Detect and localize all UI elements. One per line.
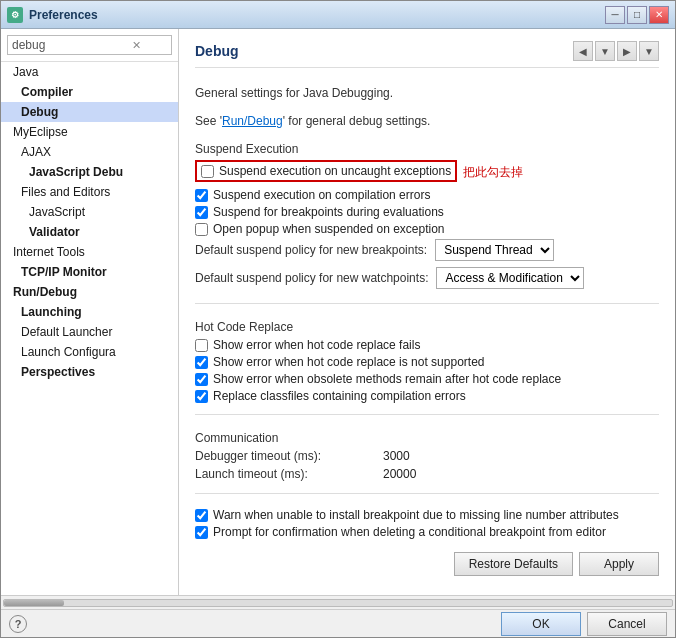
sidebar-item-launching[interactable]: Launching — [1, 302, 178, 322]
main-panel: Debug ◀ ▼ ▶ ▼ General settings for Java … — [179, 29, 675, 595]
sidebar-item-validator[interactable]: Validator — [1, 222, 178, 242]
debugger-timeout-label: Debugger timeout (ms): — [195, 449, 375, 463]
action-buttons: Restore Defaults Apply — [195, 552, 659, 576]
annotation-text: 把此勾去掉 — [463, 164, 523, 181]
warn-breakpoint-row: Warn when unable to install breakpoint d… — [195, 508, 659, 522]
page-title: Debug — [195, 43, 573, 59]
nav-forward-dropdown-button[interactable]: ▼ — [639, 41, 659, 61]
launch-timeout-label: Launch timeout (ms): — [195, 467, 375, 481]
breakpoints-policy-row: Default suspend policy for new breakpoin… — [195, 239, 659, 261]
divider3 — [195, 493, 659, 494]
content-area: ✕ Java Compiler Debug MyEclipse AJAX Jav… — [1, 29, 675, 595]
warn-breakpoint-checkbox[interactable] — [195, 509, 208, 522]
popup-exception-row: Open popup when suspended on exception — [195, 222, 659, 236]
watchpoints-policy-label: Default suspend policy for new watchpoin… — [195, 271, 428, 285]
show-obsolete-row: Show error when obsolete methods remain … — [195, 372, 659, 386]
prompt-delete-checkbox[interactable] — [195, 526, 208, 539]
show-obsolete-checkbox[interactable] — [195, 373, 208, 386]
maximize-button[interactable]: □ — [627, 6, 647, 24]
uncaught-exceptions-checkbox[interactable] — [201, 165, 214, 178]
sidebar-item-java[interactable]: Java — [1, 62, 178, 82]
sidebar-item-launch-config[interactable]: Launch Configura — [1, 342, 178, 362]
show-not-supported-row: Show error when hot code replace is not … — [195, 355, 659, 369]
uncaught-exceptions-row: Suspend execution on uncaught exceptions — [195, 160, 457, 182]
general-text: General settings for Java Debugging. — [195, 86, 659, 100]
divider1 — [195, 303, 659, 304]
sidebar-item-myeclipse[interactable]: MyEclipse — [1, 122, 178, 142]
show-not-supported-checkbox[interactable] — [195, 356, 208, 369]
compilation-errors-row: Suspend execution on compilation errors — [195, 188, 659, 202]
show-obsolete-label: Show error when obsolete methods remain … — [213, 372, 561, 386]
compilation-errors-checkbox[interactable] — [195, 189, 208, 202]
sidebar-item-files-editors[interactable]: Files and Editors — [1, 182, 178, 202]
show-error-hot-code-row: Show error when hot code replace fails — [195, 338, 659, 352]
communication-label: Communication — [195, 431, 659, 445]
restore-defaults-button[interactable]: Restore Defaults — [454, 552, 573, 576]
sidebar-item-debug[interactable]: Debug — [1, 102, 178, 122]
ok-button[interactable]: OK — [501, 612, 581, 636]
breakpoints-evaluations-checkbox[interactable] — [195, 206, 208, 219]
hot-code-label: Hot Code Replace — [195, 320, 659, 334]
main-header: Debug ◀ ▼ ▶ ▼ — [195, 41, 659, 68]
nav-forward-button[interactable]: ▶ — [617, 41, 637, 61]
sidebar-item-javascript[interactable]: JavaScript — [1, 202, 178, 222]
window-title: Preferences — [29, 8, 605, 22]
breakpoints-policy-label: Default suspend policy for new breakpoin… — [195, 243, 427, 257]
sidebar-item-internet-tools[interactable]: Internet Tools — [1, 242, 178, 262]
window-controls: ─ □ ✕ — [605, 6, 669, 24]
watchpoints-policy-row: Default suspend policy for new watchpoin… — [195, 267, 659, 289]
warn-breakpoint-label: Warn when unable to install breakpoint d… — [213, 508, 619, 522]
suspend-execution-label: Suspend Execution — [195, 142, 659, 156]
title-bar: ⚙ Preferences ─ □ ✕ — [1, 1, 675, 29]
horizontal-scrollbar[interactable] — [1, 595, 675, 609]
show-error-hot-code-checkbox[interactable] — [195, 339, 208, 352]
debugger-timeout-value: 3000 — [383, 449, 410, 463]
window-icon: ⚙ — [7, 7, 23, 23]
popup-exception-checkbox[interactable] — [195, 223, 208, 236]
prompt-delete-label: Prompt for confirmation when deleting a … — [213, 525, 606, 539]
show-error-hot-code-label: Show error when hot code replace fails — [213, 338, 420, 352]
search-input-wrap[interactable]: ✕ — [7, 35, 172, 55]
help-button[interactable]: ? — [9, 615, 27, 633]
popup-exception-label: Open popup when suspended on exception — [213, 222, 445, 236]
prompt-delete-row: Prompt for confirmation when deleting a … — [195, 525, 659, 539]
scrollbar-track — [3, 599, 673, 607]
debugger-timeout-row: Debugger timeout (ms): 3000 — [195, 449, 659, 463]
minimize-button[interactable]: ─ — [605, 6, 625, 24]
sidebar: ✕ Java Compiler Debug MyEclipse AJAX Jav… — [1, 29, 179, 595]
scrollbar-thumb[interactable] — [4, 600, 64, 606]
replace-classfiles-row: Replace classfiles containing compilatio… — [195, 389, 659, 403]
see-text: See 'Run/Debug' for general debug settin… — [195, 114, 659, 128]
apply-button[interactable]: Apply — [579, 552, 659, 576]
nav-dropdown-button[interactable]: ▼ — [595, 41, 615, 61]
sidebar-item-run-debug[interactable]: Run/Debug — [1, 282, 178, 302]
show-not-supported-label: Show error when hot code replace is not … — [213, 355, 485, 369]
preferences-window: ⚙ Preferences ─ □ ✕ ✕ Java Compiler Debu… — [0, 0, 676, 638]
nav-arrows: ◀ ▼ ▶ ▼ — [573, 41, 659, 61]
search-bar: ✕ — [1, 29, 178, 62]
breakpoints-evaluations-label: Suspend for breakpoints during evaluatio… — [213, 205, 444, 219]
divider2 — [195, 414, 659, 415]
launch-timeout-value: 20000 — [383, 467, 416, 481]
sidebar-item-compiler[interactable]: Compiler — [1, 82, 178, 102]
uncaught-exceptions-label: Suspend execution on uncaught exceptions — [219, 164, 451, 178]
search-clear-icon[interactable]: ✕ — [132, 39, 141, 52]
close-button[interactable]: ✕ — [649, 6, 669, 24]
compilation-errors-label: Suspend execution on compilation errors — [213, 188, 430, 202]
watchpoints-policy-dropdown[interactable]: Access & Modification Access Modificatio… — [436, 267, 584, 289]
sidebar-item-perspectives[interactable]: Perspectives — [1, 362, 178, 382]
bottom-checkboxes: Warn when unable to install breakpoint d… — [195, 508, 659, 542]
replace-classfiles-label: Replace classfiles containing compilatio… — [213, 389, 466, 403]
cancel-button[interactable]: Cancel — [587, 612, 667, 636]
help-bar: ? OK Cancel — [1, 609, 675, 637]
nav-back-button[interactable]: ◀ — [573, 41, 593, 61]
breakpoints-policy-dropdown[interactable]: Suspend Thread Suspend VM — [435, 239, 554, 261]
launch-timeout-row: Launch timeout (ms): 20000 — [195, 467, 659, 481]
sidebar-item-tcpip[interactable]: TCP/IP Monitor — [1, 262, 178, 282]
search-input[interactable] — [12, 38, 132, 52]
run-debug-link[interactable]: Run/Debug — [222, 114, 283, 128]
sidebar-item-default-launcher[interactable]: Default Launcher — [1, 322, 178, 342]
sidebar-item-js-debug[interactable]: JavaScript Debu — [1, 162, 178, 182]
sidebar-item-ajax[interactable]: AJAX — [1, 142, 178, 162]
replace-classfiles-checkbox[interactable] — [195, 390, 208, 403]
